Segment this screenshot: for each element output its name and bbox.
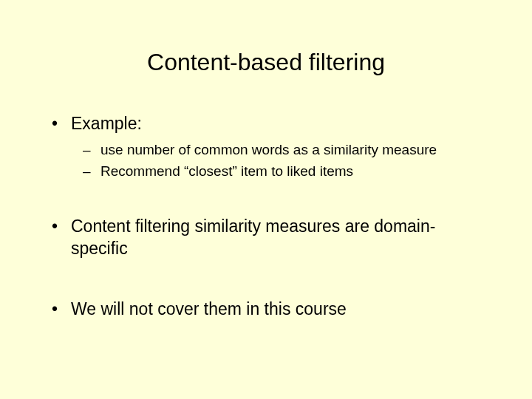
- spacer: [47, 266, 485, 299]
- spacer: [47, 183, 485, 216]
- slide: Content-based filtering Example: use num…: [0, 0, 532, 399]
- slide-title: Content-based filtering: [0, 0, 532, 113]
- bullet-example: Example:: [47, 113, 485, 135]
- bullet-not-covered: We will not cover them in this course: [47, 299, 485, 321]
- bullet-domain-specific: Content filtering similarity measures ar…: [47, 216, 485, 260]
- slide-content: Example: use number of common words as a…: [0, 113, 532, 321]
- bullet-recommend-closest: Recommend “closest” item to liked items: [47, 163, 485, 181]
- bullet-similarity-measure: use number of common words as a similari…: [47, 141, 485, 160]
